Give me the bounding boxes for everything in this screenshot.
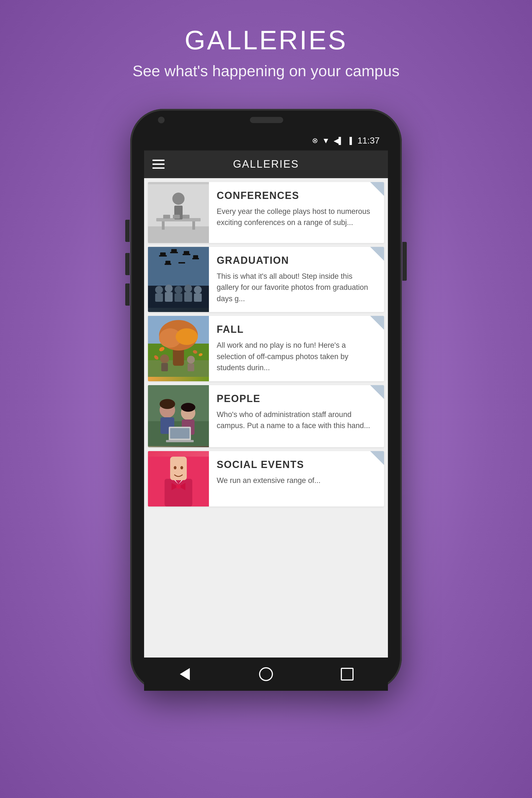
no-sim-icon: ⊗ (312, 136, 318, 145)
signal-icon: ◀▌ (334, 137, 343, 145)
svg-rect-7 (163, 215, 170, 218)
phone-top-bar (130, 109, 402, 131)
corner-fold (370, 316, 384, 330)
list-item[interactable]: CONFERENCES Every year the college plays… (148, 182, 384, 243)
svg-rect-1 (148, 226, 209, 243)
nav-back-button[interactable] (175, 664, 194, 684)
status-time: 11:37 (358, 135, 380, 146)
graduation-title: GRADUATION (217, 255, 376, 266)
list-item[interactable]: FALL All work and no play is no fun! Her… (148, 316, 384, 381)
nav-recent-button[interactable] (338, 664, 357, 684)
hamburger-menu[interactable] (152, 159, 165, 169)
gallery-list[interactable]: CONFERENCES Every year the college plays… (144, 178, 388, 658)
wifi-icon: ▼ (322, 136, 330, 145)
social-title: SOCIAL EVENTS (217, 459, 376, 471)
fall-description: All work and no play is no fun! Here's a… (217, 340, 376, 374)
list-item[interactable]: GRADUATION This is what it's all about! … (148, 247, 384, 312)
phone-shell: ⊗ ▼ ◀▌ ▐ 11:37 GALLERIES (130, 109, 402, 691)
svg-rect-33 (184, 292, 192, 302)
corner-fold (370, 247, 384, 261)
social-content: SOCIAL EVENTS We run an extensive range … (209, 451, 384, 507)
app-header: GALLERIES (144, 150, 388, 178)
svg-point-25 (155, 286, 163, 294)
svg-rect-30 (155, 293, 163, 302)
people-description: Who's who of administration staff around… (217, 409, 376, 432)
svg-rect-23 (166, 261, 170, 264)
graduation-content: GRADUATION This is what it's all about! … (209, 247, 384, 312)
svg-point-41 (176, 328, 198, 345)
page-title: GALLERIES (185, 25, 347, 55)
svg-rect-31 (165, 292, 173, 302)
graduation-thumb-svg (148, 247, 209, 308)
list-item[interactable]: SOCIAL EVENTS We run an extensive range … (148, 451, 384, 507)
speaker-grille (250, 117, 283, 123)
svg-rect-15 (160, 252, 166, 256)
fall-content: FALL All work and no play is no fun! Her… (209, 316, 384, 381)
conferences-content: CONFERENCES Every year the college plays… (209, 182, 384, 243)
status-icons: ⊗ ▼ ◀▌ ▐ (312, 136, 352, 145)
svg-point-57 (181, 403, 195, 412)
svg-point-5 (172, 193, 185, 205)
svg-rect-32 (174, 293, 182, 302)
list-item[interactable]: PEOPLE Who's who of administration staff… (148, 385, 384, 447)
svg-rect-10 (148, 182, 209, 184)
conferences-title: CONFERENCES (217, 190, 376, 202)
svg-point-27 (174, 286, 182, 294)
page-subtitle: See what's happening on your campus (132, 61, 399, 81)
svg-point-70 (180, 466, 183, 469)
fall-title: FALL (217, 324, 376, 335)
svg-rect-19 (184, 251, 189, 254)
conferences-description: Every year the college plays host to num… (217, 206, 376, 228)
svg-rect-24 (178, 262, 185, 264)
corner-fold (370, 182, 384, 196)
fall-thumb-svg (148, 316, 209, 377)
header-title: GALLERIES (165, 158, 367, 170)
corner-fold (370, 451, 384, 465)
camera-dot (158, 117, 165, 123)
svg-rect-17 (171, 249, 177, 252)
svg-point-29 (194, 286, 202, 294)
conferences-thumbnail (148, 182, 209, 243)
svg-point-48 (187, 356, 195, 363)
status-bar: ⊗ ▼ ◀▌ ▐ 11:37 (144, 131, 388, 150)
svg-rect-13 (148, 247, 209, 286)
battery-icon: ▐ (347, 137, 352, 145)
hamburger-line-2 (152, 164, 165, 165)
svg-rect-62 (165, 479, 192, 507)
svg-point-65 (176, 484, 180, 489)
svg-point-69 (174, 466, 176, 469)
graduation-thumbnail (148, 247, 209, 312)
people-thumbnail (148, 385, 209, 447)
social-thumb-svg (148, 457, 209, 507)
back-arrow-icon (180, 668, 190, 680)
bottom-nav (144, 658, 388, 691)
app-screen: GALLERIES (144, 150, 388, 658)
svg-rect-60 (166, 440, 194, 442)
hamburger-line-1 (152, 159, 165, 161)
home-circle-icon (259, 667, 273, 681)
svg-rect-3 (162, 222, 165, 230)
social-thumbnail (148, 451, 209, 507)
people-title: PEOPLE (217, 393, 376, 404)
graduation-description: This is what it's all about! Step inside… (217, 271, 376, 305)
fall-thumbnail (148, 316, 209, 381)
svg-rect-49 (188, 363, 194, 371)
social-description: We run an extensive range of... (217, 475, 376, 486)
svg-rect-4 (192, 222, 195, 230)
svg-rect-21 (193, 255, 198, 258)
svg-rect-8 (173, 215, 180, 218)
svg-point-26 (165, 285, 173, 292)
conferences-thumb-svg (148, 182, 209, 243)
corner-fold (370, 385, 384, 399)
recent-square-icon (341, 668, 354, 681)
svg-rect-47 (161, 363, 168, 371)
nav-home-button[interactable] (256, 664, 276, 684)
svg-point-54 (159, 399, 175, 409)
svg-rect-59 (170, 428, 190, 439)
svg-point-28 (184, 285, 192, 292)
svg-rect-9 (183, 215, 190, 218)
people-content: PEOPLE Who's who of administration staff… (209, 385, 384, 447)
people-thumb-svg (148, 385, 209, 446)
hamburger-line-3 (152, 167, 165, 169)
svg-rect-34 (194, 293, 202, 302)
